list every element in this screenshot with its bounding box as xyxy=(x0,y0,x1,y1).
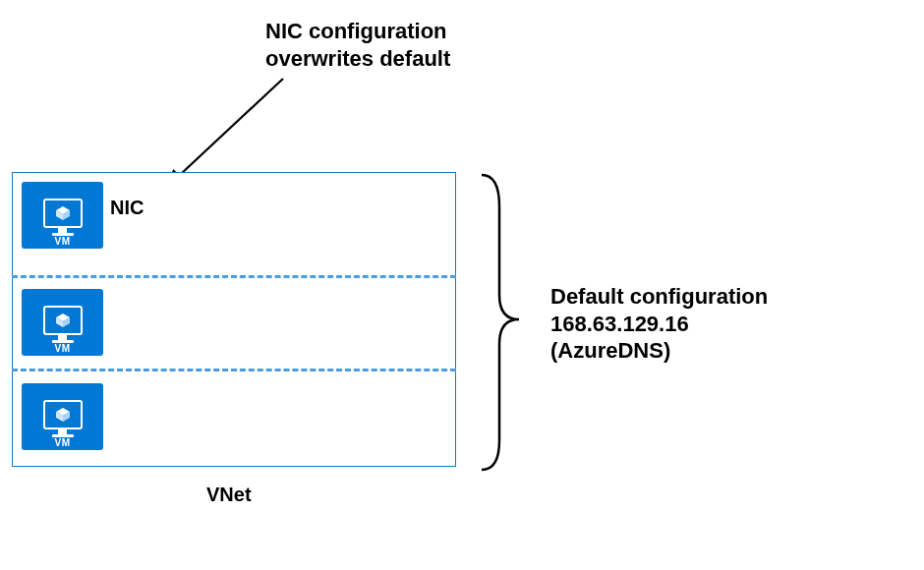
annotation-default-line2: 168.63.129.16 xyxy=(550,312,689,336)
annotation-nic-override: NIC configuration overwrites default xyxy=(265,18,450,72)
vm-monitor-icon xyxy=(43,199,83,228)
subnet-divider-2 xyxy=(12,369,456,371)
vm-caption: VM xyxy=(55,236,71,247)
cube-icon xyxy=(55,313,71,328)
diagram-canvas: NIC configuration overwrites default VM … xyxy=(0,0,924,570)
annotation-nic-override-line1: NIC configuration xyxy=(265,19,447,43)
cube-icon xyxy=(55,205,71,221)
subnet-divider-1 xyxy=(12,275,456,278)
vm-caption: VM xyxy=(55,437,71,448)
vm-caption: VM xyxy=(55,343,71,354)
vm-monitor-icon xyxy=(43,400,83,429)
vm-tile-2: VM xyxy=(22,289,103,356)
vnet-label: VNet xyxy=(206,484,252,506)
vm-tile-1: VM xyxy=(22,182,103,249)
annotation-default-line1: Default configuration xyxy=(550,284,768,309)
vm-tile-3: VM xyxy=(22,383,103,450)
annotation-default-config: Default configuration 168.63.129.16 (Azu… xyxy=(550,283,768,365)
annotation-default-line3: (AzureDNS) xyxy=(550,338,670,363)
annotation-nic-override-line2: overwrites default xyxy=(265,46,450,71)
cube-icon xyxy=(55,407,71,423)
nic-label: NIC xyxy=(110,197,144,219)
vm-monitor-icon xyxy=(43,306,83,335)
